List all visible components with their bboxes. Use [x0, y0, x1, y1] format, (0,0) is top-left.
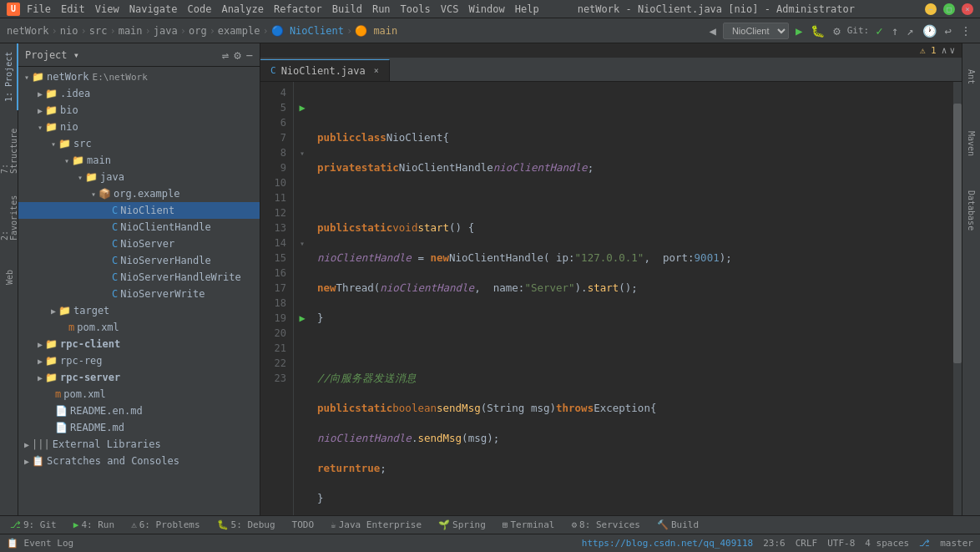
run-config-button[interactable]: ⚙ — [831, 23, 841, 39]
toolbar-more-icon[interactable]: ⋮ — [958, 23, 973, 39]
line-ending[interactable]: CRLF — [796, 538, 818, 549]
maximize-button[interactable]: □ — [943, 3, 955, 15]
menu-code[interactable]: Code — [188, 3, 212, 15]
settings-icon[interactable]: ⚙ — [234, 48, 240, 62]
maven-tab[interactable]: Maven — [962, 110, 980, 177]
crumb-src[interactable]: src — [89, 25, 108, 37]
collapse-icon[interactable]: − — [246, 48, 253, 62]
web-tab[interactable]: Web — [0, 244, 18, 311]
menu-run[interactable]: Run — [372, 3, 391, 15]
menu-tools[interactable]: Tools — [401, 3, 431, 15]
spring-tab[interactable]: 🌱 Spring — [432, 517, 493, 534]
crumb-java[interactable]: java — [154, 25, 178, 37]
git-tool-tab[interactable]: ⎇ 9: Git — [3, 517, 63, 534]
java-enterprise-tab[interactable]: ☕ Java Enterprise — [324, 517, 428, 534]
tree-item[interactable]: ▶ 📁 target — [18, 302, 260, 319]
favorites-tab[interactable]: 2: Favorites — [0, 177, 18, 244]
crumb-main[interactable]: main — [119, 25, 143, 37]
tree-item[interactable]: C NioClient — [18, 202, 260, 219]
tree-item[interactable]: m pom.xml — [18, 386, 260, 403]
tree-item[interactable]: ▶ 📁 rpc-client — [18, 336, 260, 352]
menu-vcs[interactable]: VCS — [441, 3, 459, 15]
todo-tab[interactable]: TODO — [285, 517, 321, 534]
event-log-icon[interactable]: 📋 Event Log — [7, 538, 73, 549]
run-gutter-icon-5[interactable]: ▶ — [299, 102, 305, 114]
close-button[interactable]: × — [962, 3, 973, 15]
ant-tab[interactable]: Ant — [962, 43, 980, 110]
cursor-position[interactable]: 23:6 — [763, 538, 786, 549]
menu-file[interactable]: File — [27, 3, 51, 15]
class-dropdown[interactable]: NioClient — [723, 23, 789, 39]
git-check-icon[interactable]: ✓ — [874, 23, 884, 39]
database-tab[interactable]: Database — [962, 177, 980, 244]
tree-item[interactable]: m pom.xml — [18, 319, 260, 336]
code-text[interactable]: public class NioClient { private static … — [311, 82, 962, 515]
close-tab-button[interactable]: × — [374, 66, 379, 75]
build-tab[interactable]: 🔨 Build — [650, 517, 705, 534]
horizontal-split-icon[interactable]: ⇌ — [222, 48, 229, 62]
crumb-example[interactable]: example — [218, 25, 260, 37]
play-button[interactable]: ▶ — [794, 23, 804, 39]
crumb-nioclient[interactable]: 🔵 NioClient — [271, 25, 344, 37]
menu-refactor[interactable]: Refactor — [274, 3, 322, 15]
project-tab[interactable]: 1: Project — [0, 43, 18, 110]
debug-tool-tab[interactable]: 🐛 5: Debug — [210, 517, 282, 534]
indent-status[interactable]: 4 spaces — [865, 538, 909, 549]
menu-window[interactable]: Window — [468, 3, 504, 15]
menu-navigate[interactable]: Navigate — [129, 3, 178, 15]
prev-warning-button[interactable]: ∧ — [942, 45, 947, 56]
tree-item[interactable]: ▾ 📁 java — [18, 169, 260, 185]
editor-tab-nioclient[interactable]: C NioClient.java × — [260, 59, 390, 81]
tree-item[interactable]: ▶ 📁 bio — [18, 102, 260, 119]
git-update-icon[interactable]: ↑ — [890, 23, 900, 39]
run-tool-tab[interactable]: ▶ 4: Run — [67, 517, 121, 534]
terminal-tab[interactable]: ⊞ Terminal — [496, 517, 562, 534]
charset-status[interactable]: UTF-8 — [827, 538, 855, 549]
back-icon[interactable]: ◀ — [707, 23, 717, 39]
tree-item[interactable]: ▾ 📁 nio — [18, 119, 260, 135]
tree-item[interactable]: C NioClientHandle — [18, 219, 260, 235]
problems-tool-tab[interactable]: ⚠ 6: Problems — [124, 517, 206, 534]
tree-item[interactable]: ▾ 📦 org.example — [18, 185, 260, 202]
tree-item[interactable]: ▶ 📁 rpc-reg — [18, 352, 260, 369]
menu-analyze[interactable]: Analyze — [221, 3, 264, 15]
code-editor[interactable]: 4 5 6 7 8 9 10 11 12 13 14 15 16 17 18 1… — [260, 82, 962, 515]
tree-item[interactable]: ▶ ||| External Libraries — [18, 436, 260, 453]
menu-edit[interactable]: Edit — [61, 3, 85, 15]
menu-view[interactable]: View — [95, 3, 119, 15]
menu-help[interactable]: Help — [515, 3, 539, 15]
minimize-button[interactable]: − — [925, 3, 937, 15]
tree-item[interactable]: ▾ 📁 main — [18, 152, 260, 169]
crumb-method[interactable]: 🟠 main — [355, 25, 397, 37]
git-revert-icon[interactable]: ↩ — [943, 23, 953, 39]
services-tab[interactable]: ⚙ 8: Services — [564, 517, 646, 534]
csdn-link[interactable]: https://blog.csdn.net/qq_409118 — [582, 538, 753, 549]
git-push-icon[interactable]: ↗ — [905, 23, 915, 39]
tree-item[interactable]: 📄 README.en.md — [18, 403, 260, 419]
fold-marker-14[interactable]: ▾ — [300, 239, 305, 248]
debug-button[interactable]: 🐛 — [809, 23, 826, 39]
scrollbar-thumb[interactable] — [953, 104, 962, 363]
tree-item[interactable]: C NioServerHandleWrite — [18, 269, 260, 286]
tree-item[interactable]: ▶ 📁 .idea — [18, 85, 260, 102]
tree-item[interactable]: ▾ 📁 src — [18, 135, 260, 152]
structure-tab[interactable]: 7: Structure — [0, 110, 18, 177]
crumb-nio[interactable]: nio — [60, 25, 78, 37]
tree-item[interactable]: ▶ 📁 rpc-server — [18, 369, 260, 386]
tree-item[interactable]: C NioServerWrite — [18, 286, 260, 302]
fold-marker-8[interactable]: ▾ — [300, 149, 305, 158]
run-gutter-icon-19[interactable]: ▶ — [299, 312, 305, 324]
java-icon: ☕ — [331, 519, 336, 530]
scrollbar-track[interactable] — [953, 82, 962, 515]
menu-build[interactable]: Build — [332, 3, 362, 15]
git-branch-label[interactable]: master — [940, 538, 973, 549]
tree-item[interactable]: ▾ 📁 netWork E:\netWork — [18, 68, 260, 85]
tree-item[interactable]: C NioServer — [18, 235, 260, 252]
tree-item[interactable]: C NioServerHandle — [18, 252, 260, 269]
next-warning-button[interactable]: ∨ — [949, 45, 955, 56]
tree-item[interactable]: ▶ 📋 Scratches and Consoles — [18, 453, 260, 469]
crumb-org[interactable]: org — [189, 25, 207, 37]
crumb-network[interactable]: netWork — [7, 25, 49, 37]
git-history-icon[interactable]: 🕐 — [921, 23, 938, 39]
tree-item[interactable]: 📄 README.md — [18, 419, 260, 436]
